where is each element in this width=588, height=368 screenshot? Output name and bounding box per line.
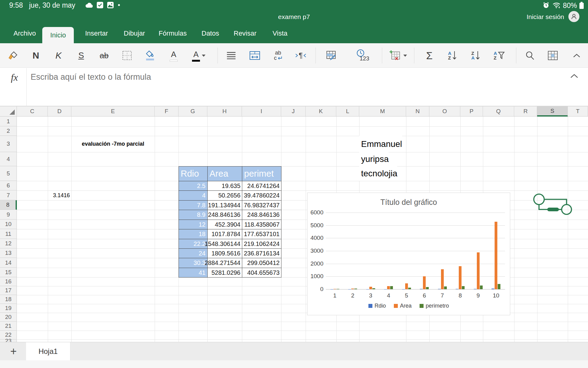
table-header-1[interactable]: Area	[207, 166, 242, 181]
table-cell-r5c0[interactable]: 18	[179, 229, 208, 239]
search-icon[interactable]	[525, 43, 535, 68]
table-cell-r3c1[interactable]: 248.846136	[207, 210, 242, 220]
table-cell-r7c0[interactable]: 24	[179, 248, 208, 258]
column-header-M[interactable]: M	[359, 106, 406, 117]
table-cell-r0c0[interactable]: 2.5	[179, 181, 208, 191]
sort-descending-button[interactable]: ZA	[471, 43, 480, 68]
row-header-8[interactable]: 8	[0, 200, 17, 210]
table-cell-r8c2[interactable]: 299.050412	[242, 258, 281, 268]
column-header-P[interactable]: P	[460, 106, 483, 117]
row-header-12[interactable]: 12	[0, 239, 17, 248]
table-cell-r4c2[interactable]: 118.4358067	[242, 220, 281, 229]
column-header-K[interactable]: K	[306, 106, 336, 117]
column-header-H[interactable]: H	[207, 106, 242, 117]
row-header-21[interactable]: 21	[0, 322, 17, 331]
table-cell-r7c2[interactable]: 236.8716134	[242, 248, 281, 258]
row-header-17[interactable]: 17	[0, 286, 17, 295]
cell-D7[interactable]: 3.1416	[48, 190, 71, 200]
account-avatar[interactable]	[568, 11, 579, 22]
tab-revisar[interactable]: Revisar	[226, 23, 265, 43]
column-header-S[interactable]: S	[537, 106, 568, 117]
text-direction-button[interactable]: ¶	[296, 43, 306, 68]
table-cell-r1c1[interactable]: 50.2656	[207, 190, 242, 201]
column-header-J[interactable]: J	[281, 106, 306, 117]
strikethrough-button[interactable]: ab	[100, 43, 109, 68]
row-header-6[interactable]: 6	[0, 181, 17, 190]
collapse-formula-bar-chevron-icon[interactable]	[570, 74, 578, 78]
font-color-button[interactable]: A	[192, 43, 205, 68]
sign-in-button[interactable]: Iniciar sesión	[526, 13, 564, 21]
column-header-F[interactable]: F	[155, 106, 179, 117]
select-all-corner[interactable]	[0, 106, 17, 117]
table-cell-r3c0[interactable]: 8.9	[179, 210, 208, 220]
row-header-9[interactable]: 9	[0, 210, 17, 220]
row-header-15[interactable]: 15	[0, 268, 17, 277]
table-cell-r2c2[interactable]: 76.98327437	[242, 200, 281, 210]
formula-input[interactable]: Escriba aquí el texto o la fórmula	[31, 72, 551, 82]
bold-button[interactable]: N	[32, 43, 39, 68]
column-header-D[interactable]: D	[48, 106, 71, 117]
tab-dibujar[interactable]: Dibujar	[116, 23, 153, 43]
cell-E3[interactable]: evaluación -7mo parcial	[71, 136, 155, 152]
table-cell-r5c1[interactable]: 1017.8784	[207, 229, 242, 239]
row-header-2[interactable]: 2	[0, 126, 17, 136]
table-cell-r6c0[interactable]: 22.2	[179, 239, 208, 249]
table-cell-r7c1[interactable]: 1809.5616	[207, 248, 242, 258]
row-header-11[interactable]: 11	[0, 229, 17, 239]
borders-button[interactable]	[122, 43, 132, 68]
table-cell-r8c1[interactable]: 2884.271544	[207, 258, 242, 268]
row-header-16[interactable]: 16	[0, 277, 17, 286]
column-header-G[interactable]: G	[179, 106, 207, 117]
table-cell-r8c0[interactable]: 30.3	[179, 258, 208, 268]
row-header-20[interactable]: 20	[0, 313, 17, 322]
cell-M4[interactable]: yuripsa	[359, 152, 389, 166]
table-cell-r5c2[interactable]: 177.6537101	[242, 229, 281, 239]
column-header-I[interactable]: I	[242, 106, 281, 117]
tab-datos[interactable]: Datos	[194, 23, 227, 43]
tab-formulas[interactable]: Fórmulas	[151, 23, 195, 43]
table-cell-r2c0[interactable]: 7.8	[179, 200, 208, 210]
table-header-2[interactable]: perimet	[242, 166, 281, 181]
column-header-L[interactable]: L	[336, 106, 359, 117]
table-cell-r9c1[interactable]: 5281.0296	[207, 268, 242, 278]
table-cell-r2c1[interactable]: 191.134944	[207, 200, 242, 210]
table-cell-r4c0[interactable]: 12	[179, 220, 208, 229]
embedded-chart[interactable]: Título del gráfico 010002000300040005000…	[307, 193, 510, 315]
underline-button[interactable]: S	[78, 43, 84, 68]
sheet-tab-hoja1[interactable]: Hoja1	[26, 342, 70, 361]
table-cell-r9c0[interactable]: 41	[179, 268, 208, 278]
collapse-toolbar-chevron-icon[interactable]	[573, 43, 580, 68]
column-header-O[interactable]: O	[429, 106, 460, 117]
tab-archivo[interactable]: Archivo	[6, 23, 44, 43]
table-cell-r9c2[interactable]: 404.655673	[242, 268, 281, 278]
add-sheet-button[interactable]: +	[6, 342, 21, 361]
format-as-table-button[interactable]	[326, 43, 337, 68]
row-header-1[interactable]: 1	[0, 117, 17, 126]
table-cell-r4c1[interactable]: 452.3904	[207, 220, 242, 229]
table-cell-r1c0[interactable]: 4	[179, 190, 208, 201]
autosum-button[interactable]: Σ	[426, 43, 432, 68]
insert-delete-cells-button[interactable]	[389, 43, 407, 68]
cell-M5[interactable]: tecnolojia	[359, 166, 397, 181]
fill-color-button[interactable]	[145, 43, 155, 68]
tab-insertar[interactable]: Insertar	[77, 23, 116, 43]
row-header-14[interactable]: 14	[0, 258, 17, 268]
column-header-Q[interactable]: Q	[483, 106, 514, 117]
row-header-3[interactable]: 3	[0, 136, 17, 152]
column-header-N[interactable]: N	[406, 106, 429, 117]
table-cell-r6c2[interactable]: 219.1062424	[242, 239, 281, 249]
row-header-10[interactable]: 10	[0, 220, 17, 229]
sort-ascending-button[interactable]: AZ	[448, 43, 457, 68]
cell-M3[interactable]: Emmanuel	[359, 136, 402, 152]
column-header-R[interactable]: R	[514, 106, 537, 117]
alignment-button[interactable]	[227, 43, 236, 68]
row-header-18[interactable]: 18	[0, 295, 17, 304]
freeze-panes-button[interactable]	[548, 43, 558, 68]
column-header-E[interactable]: E	[71, 106, 155, 117]
connector-shape[interactable]	[531, 192, 577, 221]
table-header-0[interactable]: Rdio	[179, 166, 208, 181]
table-cell-r0c1[interactable]: 19.635	[207, 181, 242, 191]
row-header-7[interactable]: 7	[0, 190, 17, 200]
filter-button[interactable]: AZ	[494, 43, 505, 68]
wrap-text-button[interactable]: ab c	[274, 43, 282, 68]
